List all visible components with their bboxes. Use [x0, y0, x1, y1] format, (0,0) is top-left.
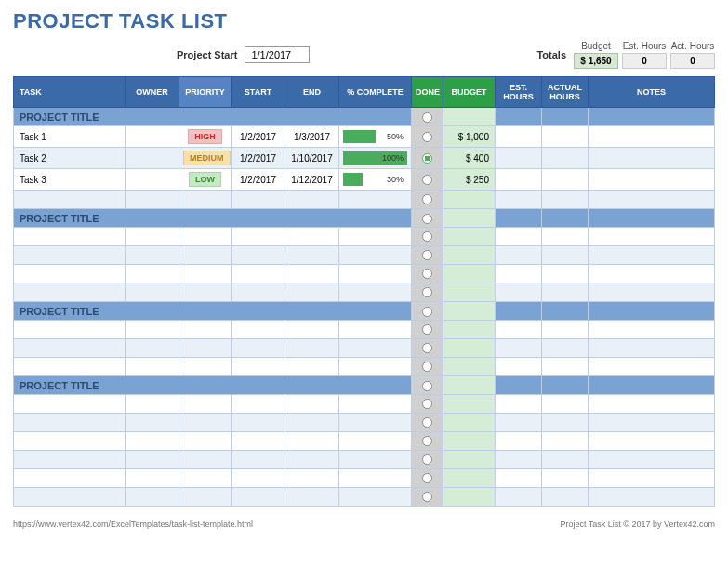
complete-cell[interactable] [339, 191, 412, 209]
owner-cell[interactable] [126, 451, 179, 469]
task-cell[interactable] [14, 191, 126, 209]
notes-cell[interactable] [589, 283, 715, 302]
notes-cell[interactable] [589, 339, 715, 358]
done-cell[interactable] [412, 265, 443, 283]
notes-cell[interactable] [589, 265, 715, 283]
done-cell[interactable] [412, 414, 443, 432]
start-cell[interactable] [232, 339, 285, 358]
est-hours-cell[interactable] [496, 321, 542, 339]
task-cell[interactable]: Task 1 [14, 126, 126, 148]
end-cell[interactable] [285, 228, 339, 246]
notes-cell[interactable] [589, 451, 715, 469]
priority-cell[interactable]: LOW [179, 169, 232, 191]
task-cell[interactable] [14, 395, 126, 414]
est-hours-cell[interactable] [496, 414, 542, 432]
act-hours-cell[interactable] [542, 283, 589, 302]
budget-cell[interactable] [443, 321, 496, 339]
task-cell[interactable] [14, 469, 126, 488]
priority-cell[interactable] [179, 488, 232, 507]
complete-cell[interactable] [339, 432, 412, 451]
est-hours-cell[interactable] [496, 469, 542, 488]
task-cell[interactable] [14, 321, 126, 339]
start-cell[interactable] [232, 451, 285, 469]
est-hours-cell[interactable] [496, 265, 542, 283]
done-cell[interactable] [412, 108, 443, 126]
budget-cell[interactable] [443, 265, 496, 283]
done-cell[interactable] [412, 376, 443, 395]
priority-cell[interactable] [179, 358, 232, 376]
end-cell[interactable]: 1/3/2017 [285, 126, 339, 148]
priority-cell[interactable] [179, 395, 232, 414]
complete-cell[interactable] [339, 395, 412, 414]
owner-cell[interactable] [126, 126, 179, 148]
done-cell[interactable] [412, 302, 443, 321]
task-cell[interactable] [14, 358, 126, 376]
start-cell[interactable]: 1/2/2017 [232, 169, 285, 191]
budget-cell[interactable] [443, 451, 496, 469]
task-cell[interactable] [14, 246, 126, 265]
task-cell[interactable]: Task 3 [14, 169, 126, 191]
notes-cell[interactable] [589, 169, 715, 191]
act-hours-cell[interactable] [542, 432, 589, 451]
priority-cell[interactable] [179, 432, 232, 451]
est-hours-cell[interactable] [496, 358, 542, 376]
complete-cell[interactable]: 50% [339, 126, 412, 148]
budget-cell[interactable] [443, 358, 496, 376]
start-cell[interactable] [232, 228, 285, 246]
task-cell[interactable] [14, 283, 126, 302]
priority-cell[interactable] [179, 339, 232, 358]
end-cell[interactable] [285, 321, 339, 339]
complete-cell[interactable] [339, 339, 412, 358]
budget-cell[interactable] [443, 414, 496, 432]
notes-cell[interactable] [589, 414, 715, 432]
notes-cell[interactable] [589, 488, 715, 507]
budget-cell[interactable]: $ 400 [443, 148, 496, 169]
done-cell[interactable] [412, 148, 443, 169]
complete-cell[interactable] [339, 469, 412, 488]
owner-cell[interactable] [126, 148, 179, 169]
end-cell[interactable] [285, 469, 339, 488]
budget-cell[interactable] [443, 432, 496, 451]
start-cell[interactable] [232, 191, 285, 209]
act-hours-cell[interactable] [542, 228, 589, 246]
complete-cell[interactable] [339, 488, 412, 507]
owner-cell[interactable] [126, 414, 179, 432]
complete-cell[interactable] [339, 358, 412, 376]
priority-cell[interactable] [179, 246, 232, 265]
priority-cell[interactable] [179, 321, 232, 339]
est-hours-cell[interactable] [496, 148, 542, 169]
start-cell[interactable]: 1/2/2017 [232, 126, 285, 148]
owner-cell[interactable] [126, 358, 179, 376]
act-hours-cell[interactable] [542, 451, 589, 469]
notes-cell[interactable] [589, 228, 715, 246]
budget-cell[interactable]: $ 250 [443, 169, 496, 191]
est-hours-cell[interactable] [496, 432, 542, 451]
budget-cell[interactable] [443, 488, 496, 507]
task-cell[interactable] [14, 265, 126, 283]
owner-cell[interactable] [126, 321, 179, 339]
start-cell[interactable] [232, 469, 285, 488]
act-hours-cell[interactable] [542, 339, 589, 358]
end-cell[interactable] [285, 395, 339, 414]
budget-cell[interactable] [443, 246, 496, 265]
end-cell[interactable] [285, 358, 339, 376]
start-cell[interactable] [232, 395, 285, 414]
start-cell[interactable] [232, 432, 285, 451]
budget-cell[interactable] [443, 283, 496, 302]
end-cell[interactable] [285, 339, 339, 358]
notes-cell[interactable] [589, 432, 715, 451]
done-cell[interactable] [412, 339, 443, 358]
complete-cell[interactable] [339, 283, 412, 302]
priority-cell[interactable] [179, 469, 232, 488]
task-cell[interactable] [14, 414, 126, 432]
act-hours-cell[interactable] [542, 148, 589, 169]
complete-cell[interactable]: 30% [339, 169, 412, 191]
est-hours-cell[interactable] [496, 228, 542, 246]
complete-cell[interactable] [339, 451, 412, 469]
end-cell[interactable] [285, 265, 339, 283]
end-cell[interactable] [285, 191, 339, 209]
priority-cell[interactable]: HIGH [179, 126, 232, 148]
complete-cell[interactable] [339, 228, 412, 246]
priority-cell[interactable] [179, 228, 232, 246]
est-hours-cell[interactable] [496, 395, 542, 414]
